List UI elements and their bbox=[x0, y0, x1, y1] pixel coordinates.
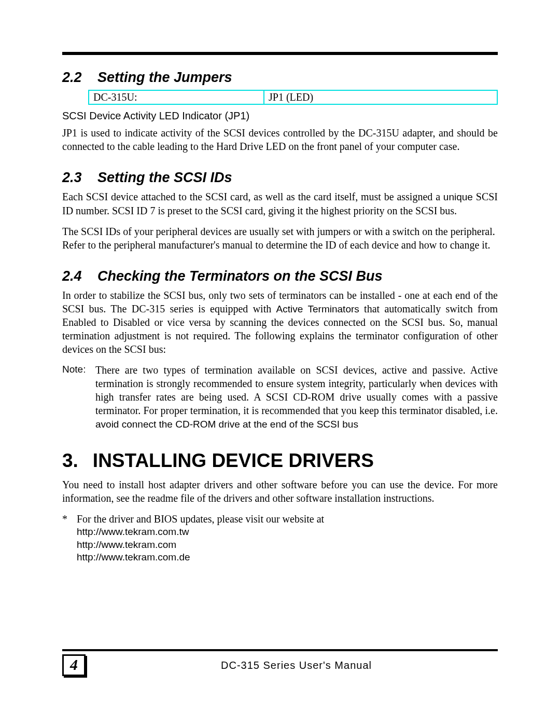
footer-title: DC-315 Series User's Manual bbox=[95, 660, 498, 671]
bullet-item: * For the driver and BIOS updates, pleas… bbox=[62, 512, 498, 526]
subheading-led-indicator: SCSI Device Activity LED Indicator (JP1) bbox=[62, 110, 498, 122]
section-title: Setting the SCSI IDs bbox=[97, 170, 232, 186]
page-number: 4 bbox=[62, 654, 86, 676]
paragraph: You need to install host adapter drivers… bbox=[62, 478, 498, 505]
section-title: Checking the Terminators on the SCSI Bus bbox=[97, 268, 383, 284]
document-page: 2.2 Setting the Jumpers DC-315U: JP1 (LE… bbox=[0, 0, 560, 728]
paragraph: Each SCSI device attached to the SCSI ca… bbox=[62, 190, 498, 217]
section-heading-2-2: 2.2 Setting the Jumpers bbox=[62, 70, 498, 86]
jumper-table-cell-model: DC-315U: bbox=[89, 91, 264, 104]
section-title: Setting the Jumpers bbox=[97, 70, 232, 86]
section-number: 2.4 bbox=[62, 268, 86, 284]
note-label: Note: bbox=[62, 363, 90, 431]
paragraph: In order to stabilize the SCSI bus, only… bbox=[62, 289, 498, 356]
link-url: http://www.tekram.com.de bbox=[77, 551, 498, 564]
paragraph: JP1 is used to indicate activity of the … bbox=[62, 126, 498, 153]
chapter-title: INSTALLING DEVICE DRIVERS bbox=[93, 450, 374, 472]
note-text: There are two types of termination avail… bbox=[95, 363, 498, 431]
paragraph: The SCSI IDs of your peripheral devices … bbox=[62, 225, 498, 252]
footer-row: 4 DC-315 Series User's Manual bbox=[62, 654, 498, 676]
emphasis-active-terminators: Active Terminators bbox=[276, 304, 359, 314]
text-run: Each SCSI device attached to the SCSI ca… bbox=[62, 191, 443, 202]
section-number: 2.2 bbox=[62, 70, 86, 86]
chapter-number: 3. bbox=[62, 450, 78, 472]
top-horizontal-rule bbox=[62, 52, 498, 55]
link-url: http://www.tekram.com.tw bbox=[77, 526, 498, 539]
bullet-mark: * bbox=[62, 512, 77, 526]
section-heading-2-3: 2.3 Setting the SCSI IDs bbox=[62, 170, 498, 186]
note-block: Note: There are two types of termination… bbox=[62, 363, 498, 431]
chapter-heading-3: 3. INSTALLING DEVICE DRIVERS bbox=[62, 450, 498, 472]
update-links: http://www.tekram.com.tw http://www.tekr… bbox=[77, 526, 498, 564]
page-footer: 4 DC-315 Series User's Manual bbox=[62, 649, 498, 676]
section-number: 2.3 bbox=[62, 170, 86, 186]
jumper-table: DC-315U: JP1 (LED) bbox=[88, 90, 498, 105]
bullet-text: For the driver and BIOS updates, please … bbox=[77, 512, 498, 526]
footer-horizontal-rule bbox=[62, 649, 498, 651]
emphasis-avoid-cdrom: avoid connect the CD-ROM drive at the en… bbox=[95, 419, 358, 430]
section-heading-2-4: 2.4 Checking the Terminators on the SCSI… bbox=[62, 268, 498, 284]
jumper-table-cell-jumper: JP1 (LED) bbox=[264, 91, 497, 104]
text-run: There are two types of termination avail… bbox=[95, 364, 498, 416]
emphasis-unique: unique bbox=[443, 191, 473, 202]
link-url: http://www.tekram.com bbox=[77, 539, 498, 552]
